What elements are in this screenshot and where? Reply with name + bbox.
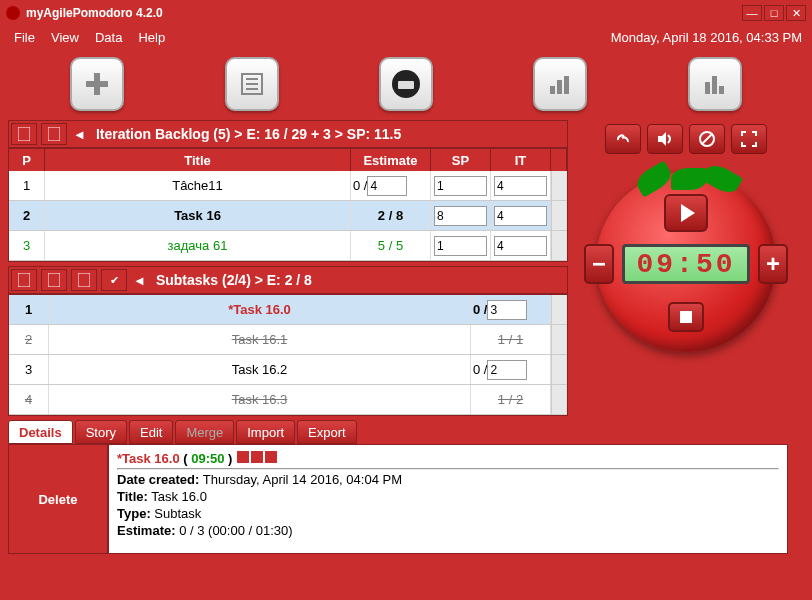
svg-rect-1 bbox=[86, 81, 108, 87]
menubar: File View Data Help Monday, April 18 201… bbox=[0, 26, 812, 48]
menu-view[interactable]: View bbox=[43, 30, 87, 45]
svg-rect-16 bbox=[18, 273, 30, 287]
table-row[interactable]: 3 задача 61 5 / 5 bbox=[9, 231, 567, 261]
add-button[interactable] bbox=[70, 57, 124, 111]
menu-data[interactable]: Data bbox=[87, 30, 130, 45]
iteration-title: Iteration Backlog (5) > E: 16 / 29 + 3 >… bbox=[90, 126, 407, 142]
doc2-icon[interactable] bbox=[41, 269, 67, 291]
est-input[interactable] bbox=[367, 176, 407, 196]
table-row[interactable]: 1 Tâche11 0 / bbox=[9, 171, 567, 201]
window-title: myAgilePomodoro 4.2.0 bbox=[26, 6, 742, 20]
iteration-header: ◄ Iteration Backlog (5) > E: 16 / 29 + 3… bbox=[8, 120, 568, 148]
svg-rect-9 bbox=[557, 80, 562, 94]
pomodoro-square-icon bbox=[237, 451, 249, 463]
tab-story[interactable]: Story bbox=[75, 420, 127, 444]
tab-import[interactable]: Import bbox=[236, 420, 295, 444]
list-button[interactable] bbox=[225, 57, 279, 111]
tab-export[interactable]: Export bbox=[297, 420, 357, 444]
svg-rect-7 bbox=[398, 81, 414, 89]
pomodoro-square-icon bbox=[251, 451, 263, 463]
delete-button[interactable]: Delete bbox=[9, 445, 109, 553]
sp-input[interactable] bbox=[434, 176, 487, 196]
check-icon[interactable]: ✔ bbox=[101, 269, 127, 291]
link-icon[interactable] bbox=[605, 124, 641, 154]
table-row[interactable]: 3 Task 16.2 0 / bbox=[9, 355, 567, 385]
close-button[interactable]: ✕ bbox=[786, 5, 806, 21]
svg-marker-19 bbox=[658, 132, 666, 146]
svg-rect-15 bbox=[48, 127, 60, 141]
tab-merge[interactable]: Merge bbox=[175, 420, 234, 444]
nav-prev-icon[interactable]: ◄ bbox=[69, 127, 90, 142]
menu-file[interactable]: File bbox=[6, 30, 43, 45]
current-date: Monday, April 18 2016, 04:33 PM bbox=[611, 30, 806, 45]
doc-icon[interactable] bbox=[11, 269, 37, 291]
chart1-button[interactable] bbox=[533, 57, 587, 111]
est-input[interactable] bbox=[487, 300, 527, 320]
pin-icon[interactable] bbox=[689, 124, 725, 154]
svg-rect-12 bbox=[712, 76, 717, 94]
table-row[interactable]: 4 Task 16.3 1 / 2 bbox=[9, 385, 567, 415]
table-row[interactable]: 1 *Task 16.0 0 / bbox=[9, 295, 567, 325]
detail-task-title: *Task 16.0 bbox=[117, 451, 180, 466]
details-panel: Delete *Task 16.0 ( 09:50 ) Date created… bbox=[8, 444, 788, 554]
detail-tabs: Details Story Edit Merge Import Export bbox=[8, 420, 788, 444]
iteration-grid: P Title Estimate SP IT 1 Tâche11 0 / 2 T… bbox=[8, 148, 568, 262]
col-it[interactable]: IT bbox=[491, 149, 551, 171]
subtasks-header: ✔ ◄ Subtasks (2/4) > E: 2 / 8 bbox=[8, 266, 568, 294]
minus-button[interactable]: − bbox=[584, 244, 614, 284]
svg-rect-11 bbox=[705, 82, 710, 94]
subtasks-grid: 1 *Task 16.0 0 / 2 Task 16.1 1 / 1 3 Tas… bbox=[8, 294, 568, 416]
app-icon bbox=[6, 6, 20, 20]
svg-line-21 bbox=[702, 134, 712, 144]
subtasks-title: Subtasks (2/4) > E: 2 / 8 bbox=[150, 272, 318, 288]
sp-input[interactable] bbox=[434, 206, 487, 226]
chart2-button[interactable] bbox=[688, 57, 742, 111]
doc3-icon[interactable] bbox=[71, 269, 97, 291]
tab-edit[interactable]: Edit bbox=[129, 420, 173, 444]
svg-rect-8 bbox=[550, 86, 555, 94]
table-row[interactable]: 2 Task 16.1 1 / 1 bbox=[9, 325, 567, 355]
titlebar: myAgilePomodoro 4.2.0 — □ ✕ bbox=[0, 0, 812, 26]
timer-display: 09:50 bbox=[622, 244, 750, 284]
col-sp[interactable]: SP bbox=[431, 149, 491, 171]
pomodoro-square-icon bbox=[265, 451, 277, 463]
menu-help[interactable]: Help bbox=[130, 30, 173, 45]
tab-details[interactable]: Details bbox=[8, 420, 73, 444]
col-p[interactable]: P bbox=[9, 149, 45, 171]
col-estimate[interactable]: Estimate bbox=[351, 149, 431, 171]
play-button[interactable] bbox=[664, 194, 708, 232]
doc2-icon[interactable] bbox=[41, 123, 67, 145]
stop-button[interactable] bbox=[668, 302, 704, 332]
svg-rect-10 bbox=[564, 76, 569, 94]
doc-icon[interactable] bbox=[11, 123, 37, 145]
it-input[interactable] bbox=[494, 206, 547, 226]
svg-rect-14 bbox=[18, 127, 30, 141]
table-row[interactable]: 2 Task 16 2 / 8 bbox=[9, 201, 567, 231]
maximize-button[interactable]: □ bbox=[764, 5, 784, 21]
est-input[interactable] bbox=[487, 360, 527, 380]
it-input[interactable] bbox=[494, 176, 547, 196]
svg-rect-13 bbox=[719, 86, 724, 94]
svg-rect-17 bbox=[48, 273, 60, 287]
plus-button[interactable]: + bbox=[758, 244, 788, 284]
nav-prev-icon[interactable]: ◄ bbox=[129, 273, 150, 288]
svg-rect-18 bbox=[78, 273, 90, 287]
minimize-button[interactable]: — bbox=[742, 5, 762, 21]
fullscreen-icon[interactable] bbox=[731, 124, 767, 154]
sp-input[interactable] bbox=[434, 236, 487, 256]
it-input[interactable] bbox=[494, 236, 547, 256]
main-toolbar bbox=[0, 48, 812, 120]
pomodoro-timer: 09:50 − + bbox=[586, 162, 786, 362]
sound-icon[interactable] bbox=[647, 124, 683, 154]
timer-button[interactable] bbox=[379, 57, 433, 111]
col-title[interactable]: Title bbox=[45, 149, 351, 171]
